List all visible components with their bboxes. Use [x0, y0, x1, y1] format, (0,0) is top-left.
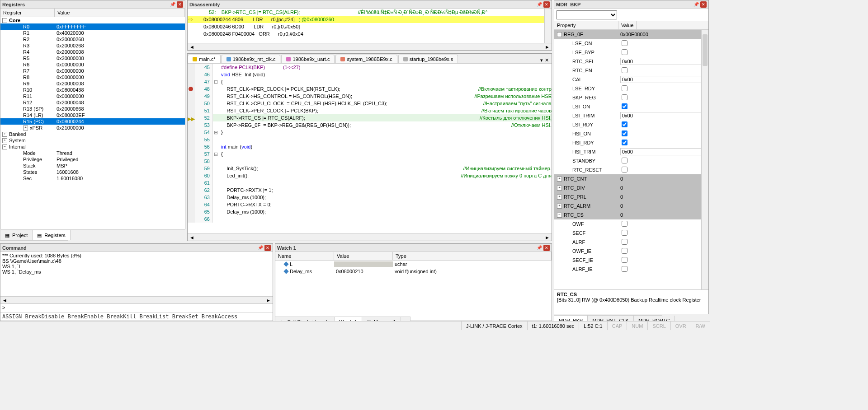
collapse-icon[interactable]: − [2, 18, 7, 23]
register-name[interactable]: R3 [0, 43, 55, 48]
mdr-checkbox[interactable] [622, 140, 627, 145]
register-value[interactable]: 0xFFFFFFFF [55, 24, 185, 29]
mdr-property[interactable]: OWF_IE [554, 248, 618, 254]
code-line[interactable]: 66 [188, 215, 552, 223]
mdr-property[interactable]: LSI_RDY [554, 122, 618, 127]
mdr-property[interactable]: ALRF [554, 239, 618, 245]
fold-gutter[interactable]: ⊟ [213, 129, 218, 136]
breakpoint-gutter[interactable] [188, 179, 195, 186]
fold-gutter[interactable] [213, 179, 218, 186]
fold-gutter[interactable] [213, 172, 218, 179]
register-row[interactable]: R70x00000000 [0, 68, 185, 74]
mdr-row[interactable]: + RTC_DIV0 [554, 183, 708, 192]
code-line[interactable]: 49 RST_CLK->HS_CONTROL = HS_CONTROL(HSE_… [188, 93, 552, 100]
mdr-text-input[interactable] [620, 58, 705, 65]
mdr-row[interactable]: RTC_EN [554, 66, 708, 75]
mdr-row[interactable]: SECF [554, 228, 708, 238]
tree-group[interactable]: + System [0, 138, 55, 143]
register-value[interactable]: 0x08000438 [55, 87, 185, 93]
register-row[interactable]: R60x00000000 [0, 61, 185, 68]
mdr-checkbox[interactable] [622, 221, 627, 227]
disasm-line[interactable]: 52: BKP->RTC_CS |= RTC_CS(ALRF); //Êîñòû… [188, 9, 552, 16]
register-row[interactable]: R14 (LR)0x080003EF [0, 112, 185, 118]
mdr-value[interactable] [618, 230, 708, 237]
mdr-value[interactable] [618, 103, 708, 110]
scrollbar-vertical[interactable] [701, 30, 708, 289]
register-row[interactable]: R15 (PC)0x08000244 [0, 118, 185, 125]
register-value[interactable]: 0x20000008 [55, 81, 185, 86]
toggle-icon[interactable]: + [2, 138, 7, 143]
fold-gutter[interactable] [213, 136, 218, 143]
mdr-row[interactable]: LSE_RDY [554, 84, 708, 93]
register-row[interactable]: R13 (SP)0x20000668 [0, 106, 185, 112]
file-tab[interactable]: main.c* [188, 55, 221, 63]
toggle-icon[interactable]: + [557, 177, 562, 182]
mdr-row[interactable]: RTC_RESET [554, 165, 708, 174]
mdr-value[interactable] [618, 121, 708, 128]
fold-gutter[interactable] [213, 201, 218, 208]
col-property[interactable]: Property [554, 21, 618, 29]
scrollbar-vertical[interactable] [544, 9, 552, 43]
pin-icon[interactable]: 📌 [536, 245, 542, 251]
code-line[interactable]: 60 Led_init();//Инициализируем ножку 0 п… [188, 172, 552, 179]
mdr-row[interactable]: − REG_0F0x00E08000 [554, 30, 708, 39]
tree-group[interactable]: + Banked [0, 131, 55, 137]
fold-gutter[interactable] [213, 194, 218, 201]
breakpoint-gutter[interactable] [188, 121, 195, 129]
mdr-text-input[interactable] [620, 148, 705, 155]
tab-registers[interactable]: ▤Registers [33, 230, 70, 240]
mdr-property[interactable]: LSE_RDY [554, 86, 618, 91]
breakpoint-gutter[interactable] [188, 129, 195, 136]
watch-row[interactable]: Luchar [275, 261, 552, 268]
mdr-checkbox[interactable] [622, 266, 627, 272]
code-line[interactable]: 62 PORTC->RXTX |= 1; [188, 186, 552, 194]
register-value[interactable]: 0x20000008 [55, 56, 185, 61]
register-row[interactable]: R10x40020000 [0, 30, 185, 36]
mdr-property[interactable]: RTC_RESET [554, 167, 618, 172]
mdr-checkbox[interactable] [622, 130, 627, 136]
fold-gutter[interactable] [213, 186, 218, 194]
code-line[interactable]: 51 RST_CLK->PER_CLOCK |= PCLK(BKP);//Вкл… [188, 107, 552, 114]
fold-gutter[interactable] [213, 71, 218, 78]
register-value[interactable]: 0x20000008 [55, 49, 185, 55]
code-line[interactable]: 47⊟{ [188, 78, 552, 85]
mdr-checkbox[interactable] [622, 248, 627, 254]
toggle-icon[interactable]: + [557, 195, 562, 200]
breakpoint-gutter[interactable] [188, 158, 195, 165]
mdr-property[interactable]: ALRF_IE [554, 266, 618, 272]
fold-gutter[interactable] [213, 114, 218, 121]
register-name[interactable]: R7 [0, 68, 55, 74]
mdr-row[interactable]: − RTC_CS0 [554, 210, 708, 219]
pin-icon[interactable]: 📌 [257, 245, 264, 251]
fold-gutter[interactable]: ⊟ [213, 150, 218, 158]
mdr-value[interactable]: 0 [618, 203, 708, 209]
breakpoint-gutter[interactable] [188, 85, 195, 93]
mdrbkp-select[interactable] [556, 10, 617, 19]
toggle-icon[interactable]: + [557, 204, 562, 209]
breakpoint-gutter[interactable] [188, 208, 195, 215]
file-tab[interactable]: system_1986BE9x.c [335, 55, 397, 63]
register-value[interactable]: 0x00000000 [55, 93, 185, 99]
mdr-value[interactable] [618, 158, 708, 164]
toggle-icon[interactable]: − [2, 144, 7, 149]
mdr-checkbox[interactable] [622, 103, 627, 109]
code-line[interactable]: 54⊟} [188, 129, 552, 136]
register-name[interactable]: R14 (LR) [0, 112, 55, 118]
mdr-property[interactable]: STANDBY [554, 158, 618, 163]
register-row[interactable]: R110x00000000 [0, 93, 185, 99]
fold-gutter[interactable] [213, 143, 218, 150]
mdrbkp-body[interactable]: − REG_0F0x00E08000LSE_ONLSE_BYPRTC_SELRT… [554, 30, 708, 289]
command-output[interactable]: *** Currently used: 1088 Bytes (3%)BS \\… [0, 252, 273, 296]
mdr-property[interactable]: RTC_SEL [554, 59, 618, 64]
mdr-row[interactable]: HSI_ON [554, 129, 708, 138]
code-line[interactable]: 50 RST_CLK->CPU_CLOCK = CPU_C1_SEL(HSE)|… [188, 100, 552, 107]
mdr-row[interactable]: + RTC_PRL0 [554, 192, 708, 201]
disassembly-body[interactable]: 52: BKP->RTC_CS |= RTC_CS(ALRF); //Êîñòû… [188, 9, 552, 43]
code-line[interactable]: 57⊟{ [188, 150, 552, 158]
register-row[interactable]: R30x20000268 [0, 42, 185, 49]
fold-gutter[interactable]: ⊟ [213, 78, 218, 85]
mdr-row[interactable]: CAL [554, 75, 708, 84]
mdr-value[interactable]: 0 [618, 212, 708, 218]
breakpoint-gutter[interactable] [188, 172, 195, 179]
register-name[interactable]: R11 [0, 93, 55, 99]
